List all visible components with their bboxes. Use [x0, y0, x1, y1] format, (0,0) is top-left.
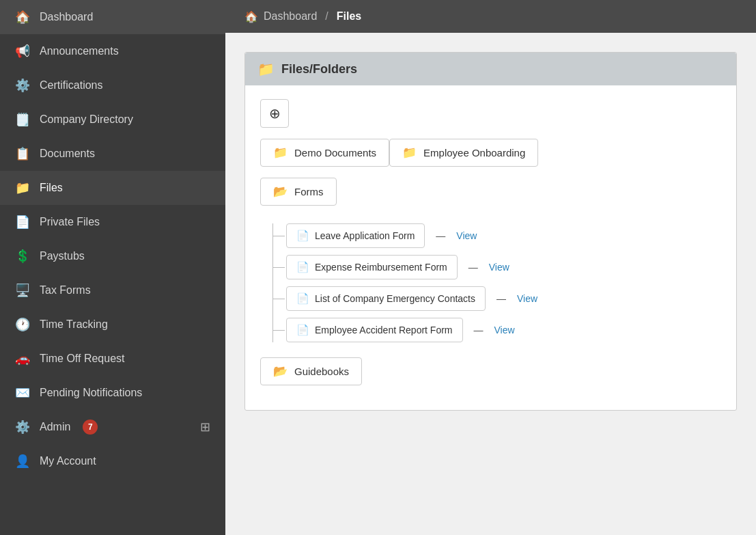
- admin-gear-icon: ⚙️: [15, 420, 30, 435]
- breadcrumb-bar: 🏠 Dashboard / Files: [225, 0, 756, 33]
- time-tracking-icon: 🕐: [15, 317, 30, 332]
- expense-reimbursement-file-label: Expense Reimbursement Form: [315, 262, 447, 273]
- forms-folder-label: Forms: [294, 186, 324, 197]
- forms-folder-section: 📂 Forms 📄 Leave Application Form — View …: [260, 178, 721, 342]
- accident-report-file-label: Employee Accident Report Form: [315, 325, 453, 335]
- documents-icon: 📋: [15, 146, 30, 161]
- my-account-icon: 👤: [15, 454, 30, 469]
- leave-application-file-item: 📄 Leave Application Form — View: [286, 223, 721, 248]
- plus-circle-icon: ⊕: [269, 105, 281, 122]
- breadcrumb-separator: /: [325, 10, 328, 23]
- employee-onboarding-folder-icon: 📁: [402, 146, 417, 160]
- pending-notifications-label: Pending Notifications: [40, 387, 142, 399]
- leave-application-file-button[interactable]: 📄 Leave Application Form: [286, 223, 425, 248]
- forms-folder-button[interactable]: 📂 Forms: [260, 178, 337, 206]
- emergency-contacts-view-separator: —: [496, 293, 506, 304]
- emergency-contacts-file-button[interactable]: 📄 List of Company Emergency Contacts: [286, 286, 486, 311]
- admin-expand-icon[interactable]: ⊞: [200, 420, 210, 435]
- time-off-request-label: Time Off Request: [40, 353, 125, 365]
- sidebar-item-certifications[interactable]: ⚙️ Certifications: [0, 68, 225, 102]
- sidebar-item-tax-forms[interactable]: 🖥️ Tax Forms: [0, 273, 225, 307]
- employee-onboarding-folder-button[interactable]: 📁 Employee Onboarding: [389, 139, 538, 167]
- main-content: 🏠 Dashboard / Files 📁 Files/Folders ⊕ 📁 …: [225, 0, 756, 535]
- accident-report-doc-icon: 📄: [296, 324, 309, 336]
- pending-notifications-icon: ✉️: [15, 385, 30, 400]
- expense-reimbursement-file-button[interactable]: 📄 Expense Reimbursement Form: [286, 255, 458, 279]
- company-directory-icon: 🗒️: [15, 112, 30, 127]
- leave-application-view-separator: —: [436, 230, 445, 241]
- guidebooks-folder-button[interactable]: 📂 Guidebooks: [260, 357, 362, 385]
- announcements-icon: 📢: [15, 44, 30, 59]
- leave-application-doc-icon: 📄: [296, 230, 309, 242]
- files-panel-header: 📁 Files/Folders: [245, 53, 736, 85]
- folder-list: 📁 Demo Documents 📁 Employee Onboarding: [260, 139, 721, 178]
- sidebar-item-dashboard[interactable]: 🏠 Dashboard: [0, 0, 225, 34]
- files-panel: 📁 Files/Folders ⊕ 📁 Demo Documents 📁 Emp…: [244, 52, 737, 411]
- expense-reimbursement-view-link[interactable]: View: [489, 262, 509, 273]
- breadcrumb-current: Files: [337, 10, 361, 23]
- employee-onboarding-folder-label: Employee Onboarding: [423, 147, 525, 159]
- demo-documents-folder-icon: 📁: [273, 146, 288, 160]
- sidebar-item-pending-notifications[interactable]: ✉️ Pending Notifications: [0, 376, 225, 410]
- sidebar-item-private-files[interactable]: 📄 Private Files: [0, 205, 225, 239]
- breadcrumb-home-link[interactable]: Dashboard: [264, 10, 317, 23]
- demo-documents-folder-button[interactable]: 📁 Demo Documents: [260, 139, 389, 167]
- company-directory-label: Company Directory: [40, 113, 133, 126]
- dashboard-label: Dashboard: [40, 11, 93, 23]
- accident-report-view-separator: —: [474, 325, 484, 335]
- accident-report-file-item: 📄 Employee Accident Report Form — View: [286, 318, 721, 342]
- emergency-contacts-view-link[interactable]: View: [517, 293, 537, 304]
- demo-documents-folder-label: Demo Documents: [294, 147, 376, 159]
- forms-children: 📄 Leave Application Form — View 📄 Expens…: [286, 223, 721, 342]
- expense-reimbursement-doc-icon: 📄: [296, 261, 309, 273]
- sidebar: 🏠 Dashboard 📢 Announcements ⚙️ Certifica…: [0, 0, 225, 535]
- dashboard-icon: 🏠: [15, 10, 30, 25]
- content-area: 📁 Files/Folders ⊕ 📁 Demo Documents 📁 Emp…: [225, 33, 756, 535]
- paystubs-icon: 💲: [15, 249, 30, 264]
- guidebooks-folder-icon: 📂: [273, 364, 288, 379]
- tax-forms-icon: 🖥️: [15, 283, 30, 298]
- documents-label: Documents: [40, 148, 95, 160]
- leave-application-file-label: Leave Application Form: [315, 230, 415, 241]
- leave-application-view-link[interactable]: View: [456, 230, 477, 241]
- guidebooks-section: 📂 Guidebooks: [260, 353, 721, 396]
- files-label: Files: [40, 182, 63, 194]
- folder-open-icon: 📂: [273, 184, 288, 199]
- add-folder-button[interactable]: ⊕: [260, 99, 289, 128]
- emergency-contacts-doc-icon: 📄: [296, 292, 309, 305]
- guidebooks-folder-label: Guidebooks: [294, 366, 349, 377]
- private-files-label: Private Files: [40, 216, 100, 228]
- sidebar-item-time-tracking[interactable]: 🕐 Time Tracking: [0, 307, 225, 342]
- files-icon: 📁: [15, 180, 30, 195]
- certifications-icon: ⚙️: [15, 78, 30, 93]
- sidebar-item-company-directory[interactable]: 🗒️ Company Directory: [0, 102, 225, 137]
- time-off-request-icon: 🚗: [15, 351, 30, 366]
- panel-title: Files/Folders: [281, 62, 357, 77]
- sidebar-item-files[interactable]: 📁 Files: [0, 171, 225, 205]
- sidebar-item-time-off-request[interactable]: 🚗 Time Off Request: [0, 342, 225, 376]
- time-tracking-label: Time Tracking: [40, 318, 108, 331]
- expense-reimbursement-view-separator: —: [468, 262, 478, 273]
- sidebar-item-announcements[interactable]: 📢 Announcements: [0, 34, 225, 68]
- files-panel-body: ⊕ 📁 Demo Documents 📁 Employee Onboarding…: [245, 85, 736, 410]
- sidebar-item-my-account[interactable]: 👤 My Account: [0, 444, 225, 478]
- paystubs-label: Paystubs: [40, 250, 85, 262]
- breadcrumb-home-icon: 🏠: [244, 10, 258, 23]
- sidebar-item-admin[interactable]: ⚙️ Admin 7 ⊞: [0, 410, 225, 444]
- my-account-label: My Account: [40, 455, 96, 467]
- folder-header-icon: 📁: [257, 61, 275, 77]
- sidebar-item-paystubs[interactable]: 💲 Paystubs: [0, 239, 225, 273]
- accident-report-file-button[interactable]: 📄 Employee Accident Report Form: [286, 318, 463, 342]
- expense-reimbursement-file-item: 📄 Expense Reimbursement Form — View: [286, 255, 721, 279]
- emergency-contacts-file-label: List of Company Emergency Contacts: [315, 293, 475, 304]
- private-files-icon: 📄: [15, 215, 30, 230]
- admin-label: Admin: [40, 421, 70, 433]
- emergency-contacts-file-item: 📄 List of Company Emergency Contacts — V…: [286, 286, 721, 311]
- announcements-label: Announcements: [40, 45, 119, 57]
- admin-badge: 7: [83, 420, 98, 435]
- accident-report-view-link[interactable]: View: [494, 325, 515, 335]
- sidebar-item-documents[interactable]: 📋 Documents: [0, 137, 225, 171]
- tax-forms-label: Tax Forms: [40, 284, 91, 297]
- certifications-label: Certifications: [40, 79, 102, 92]
